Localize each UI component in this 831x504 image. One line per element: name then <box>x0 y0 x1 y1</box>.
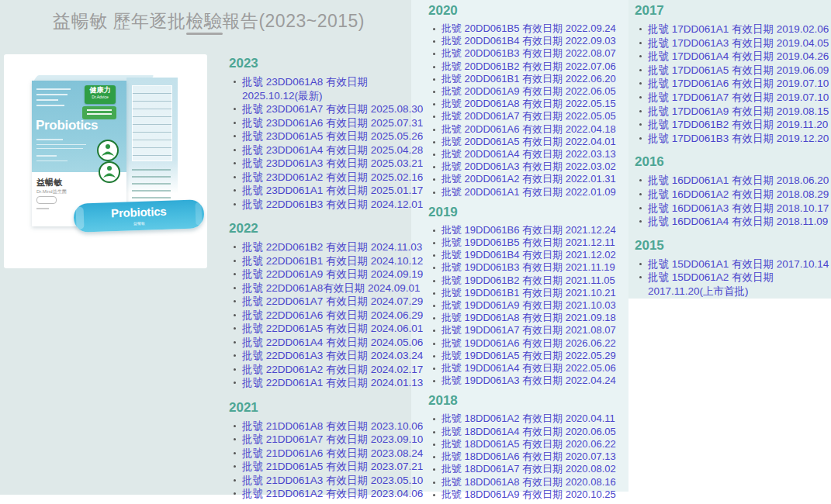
batch-report-link[interactable]: 批號 17DD061B3 有效日期 2019.12.20 <box>648 132 829 146</box>
batch-report-link[interactable]: 批號 17DD061B2 有效日期 2019.11.20 <box>648 118 829 132</box>
batch-report-link[interactable]: 批號 16DD061A4 有效日期 2018.11.09 <box>648 215 829 229</box>
batch-report-link[interactable]: 批號 20DD061A4 有效日期 2022.03.13 <box>441 148 626 161</box>
batch-report-item: 批號 19DD061B3 有效日期 2021.11.19 <box>441 261 626 274</box>
batch-report-item: 批號 20DD061B5 有效日期 2022.09.24 <box>441 22 626 35</box>
batch-report-link[interactable]: 批號 19DD061B5 有效日期 2021.12.11 <box>441 236 626 249</box>
batch-report-link[interactable]: 批號 17DD061A1 有效日期 2019.02.06 <box>648 22 829 36</box>
batch-report-link[interactable]: 批號 21DD061A2 有效日期 2023.04.06 <box>242 487 419 501</box>
batch-report-link[interactable]: 批號 18DD061A4 有效日期 2020.06.05 <box>441 426 626 438</box>
batch-report-link[interactable]: 批號 21DD061A3 有效日期 2023.05.10 <box>242 474 419 488</box>
batch-report-link[interactable]: 批號 19DD061A5 有效日期 2022.05.29 <box>441 350 626 362</box>
batch-report-link[interactable]: 批號 16DD061A2 有效日期 2018.08.29 <box>648 188 829 202</box>
batch-report-item: 批號 23DD061A7 有效日期 2025.08.30 <box>242 102 419 116</box>
batch-report-link[interactable]: 批號 18DD061A5 有效日期 2020.06.22 <box>441 438 626 450</box>
batch-report-link[interactable]: 批號 18DD061A7 有效日期 2020.08.02 <box>441 463 626 475</box>
batch-report-link[interactable]: 批號 19DD061A7 有效日期 2021.08.07 <box>441 324 626 337</box>
batch-report-item: 批號 17DD061A4 有效日期 2019.04.26 <box>648 50 829 64</box>
batch-report-link[interactable]: 批號 19DD061B1 有效日期 2021.10.21 <box>441 287 626 299</box>
batch-report-link[interactable]: 批號 19DD061B2 有效日期 2021.11.05 <box>441 274 626 287</box>
batch-report-link[interactable]: 批號 21DD061A6 有效日期 2023.08.24 <box>242 447 419 461</box>
year-heading-2015: 2015 <box>635 238 829 254</box>
batch-report-link[interactable]: 批號 16DD061A3 有效日期 2018.10.17 <box>648 202 829 216</box>
batch-report-item: 批號 21DD061A5 有效日期 2023.07.21 <box>242 460 419 474</box>
batch-report-item: 批號 22DD061A2 有效日期 2024.02.17 <box>242 363 419 377</box>
batch-report-link[interactable]: 批號 17DD061A7 有效日期 2019.07.10 <box>648 91 829 105</box>
batch-report-link[interactable]: 批號 17DD061A4 有效日期 2019.04.26 <box>648 50 829 64</box>
batch-report-link[interactable]: 批號 20DD061A3 有效日期 2022.03.02 <box>441 161 626 173</box>
batch-report-link[interactable]: 批號 20DD061A6 有效日期 2022.04.18 <box>441 123 626 136</box>
batch-report-link[interactable]: 批號 19DD061A3 有效日期 2022.04.24 <box>441 375 626 387</box>
batch-report-item: 批號 22DD061B2 有效日期 2024.11.03 <box>242 240 419 254</box>
batch-report-link[interactable]: 批號 19DD061A9 有效日期 2021.10.03 <box>441 299 626 312</box>
report-column-1: 2023批號 23DD061A8 有效日期2025.10.12(最新)批號 23… <box>229 56 419 504</box>
batch-report-link[interactable]: 批號 23DD061A6 有效日期 2025.07.31 <box>242 116 419 130</box>
batch-report-link[interactable]: 批號 23DD061A4 有效日期 2025.04.28 <box>242 143 419 157</box>
batch-report-link[interactable]: 批號 20DD061B2 有效日期 2022.07.06 <box>441 60 626 73</box>
batch-report-link[interactable]: 批號 20DD061B4 有效日期 2022.09.03 <box>441 35 626 47</box>
batch-list-2018: 批號 18DD061A2 有效日期 2020.04.11批號 18DD061A4… <box>428 413 626 500</box>
year-heading-2016: 2016 <box>635 154 829 170</box>
nutrition-table <box>132 85 172 161</box>
batch-report-item: 批號 18DD061A8 有效日期 2020.08.16 <box>441 476 626 488</box>
batch-report-link[interactable]: 批號 19DD061B4 有效日期 2021.12.02 <box>441 249 626 261</box>
batch-report-link[interactable]: 批號 17DD061A6 有效日期 2019.07.10 <box>648 77 829 91</box>
batch-report-link[interactable]: 批號 22DD061A5 有效日期 2024.06.01 <box>242 322 419 336</box>
batch-report-link[interactable]: 批號 23DD061A7 有效日期 2025.08.30 <box>242 102 419 116</box>
batch-report-link[interactable]: 批號 19DD061B6 有效日期 2021.12.24 <box>441 224 626 236</box>
batch-report-link[interactable]: 批號 18DD061A9 有效日期 2020.10.25 <box>441 488 626 501</box>
batch-report-link[interactable]: 批號 15DD061A2 有效日期2017.11.20(上市首批) <box>648 271 829 298</box>
batch-report-item: 批號 19DD061B2 有效日期 2021.11.05 <box>441 274 626 287</box>
batch-report-link[interactable]: 批號 22DD061A4 有效日期 2024.05.06 <box>242 336 419 350</box>
batch-report-link[interactable]: 批號 18DD061A6 有效日期 2020.07.13 <box>441 450 626 463</box>
batch-report-item: 批號 22DD061A1 有效日期 2024.01.13 <box>242 376 419 390</box>
batch-report-link[interactable]: 批號 19DD061B3 有效日期 2021.11.19 <box>441 261 626 274</box>
batch-report-link[interactable]: 批號 20DD061A9 有效日期 2022.06.05 <box>441 85 626 98</box>
batch-report-link[interactable]: 批號 23DD061A8 有效日期2025.10.12(最新) <box>242 75 419 102</box>
batch-report-link[interactable]: 批號 23DD061A3 有效日期 2025.03.21 <box>242 157 419 171</box>
batch-report-link[interactable]: 批號 20DD061B5 有效日期 2022.09.24 <box>441 22 626 35</box>
year-heading-2022: 2022 <box>229 221 419 236</box>
batch-report-link[interactable]: 批號 22DD061A6 有效日期 2024.06.29 <box>242 309 419 323</box>
batch-report-link[interactable]: 批號 23DD061A1 有效日期 2025.01.17 <box>242 184 419 198</box>
batch-report-item: 批號 17DD061A1 有效日期 2019.02.06 <box>648 22 829 36</box>
batch-report-link[interactable]: 批號 19DD061A6 有效日期 2026.06.22 <box>441 337 626 350</box>
batch-report-item: 批號 18DD061A2 有效日期 2020.04.11 <box>441 413 626 425</box>
batch-list-2021: 批號 21DD061A8 有效日期 2023.10.06批號 21DD061A7… <box>229 419 419 501</box>
batch-report-link[interactable]: 批號 15DD061A1 有效日期 2017.10.14 <box>648 257 829 271</box>
batch-report-item: 批號 20DD061B4 有效日期 2022.09.03 <box>441 35 626 47</box>
batch-report-link[interactable]: 批號 17DD061A3 有效日期 2019.04.05 <box>648 36 829 50</box>
batch-report-link[interactable]: 批號 20DD061A1 有效日期 2022.01.09 <box>441 186 626 198</box>
batch-report-link[interactable]: 批號 22DD061A8有效日期 2024.09.01 <box>242 281 419 295</box>
health-food-mark <box>36 196 57 204</box>
batch-report-link[interactable]: 批號 18DD061A8 有效日期 2020.08.16 <box>441 476 626 488</box>
batch-report-link[interactable]: 批號 23DD061A5 有效日期 2025.05.26 <box>242 129 419 143</box>
batch-report-link[interactable]: 批號 16DD061A1 有效日期 2018.06.20 <box>648 174 829 188</box>
batch-report-link[interactable]: 批號 20DD061A7 有效日期 2022.05.05 <box>441 110 626 123</box>
batch-list-2016: 批號 16DD061A1 有效日期 2018.06.20批號 16DD061A2… <box>635 174 829 228</box>
batch-report-item: 批號 19DD061B6 有效日期 2021.12.24 <box>441 224 626 236</box>
batch-report-item: 批號 21DD061A3 有效日期 2023.05.10 <box>242 474 419 488</box>
batch-report-link[interactable]: 批號 21DD061A8 有效日期 2023.10.06 <box>242 419 419 433</box>
batch-report-link[interactable]: 批號 23DD061A2 有效日期 2025.02.16 <box>242 171 419 185</box>
batch-report-link[interactable]: 批號 20DD061A2 有效日期 2022.01.31 <box>441 173 626 185</box>
batch-report-item: 批號 18DD061A9 有效日期 2020.10.25 <box>441 488 626 501</box>
batch-report-link[interactable]: 批號 20DD061B1 有效日期 2022.06.20 <box>441 73 626 85</box>
batch-report-link[interactable]: 批號 22DD061A3 有效日期 2024.03.24 <box>242 349 419 363</box>
batch-report-link[interactable]: 批號 19DD061A8 有效日期 2021.09.18 <box>441 312 626 324</box>
batch-report-link[interactable]: 批號 20DD061A5 有效日期 2022.04.01 <box>441 136 626 148</box>
batch-report-link[interactable]: 批號 22DD061B2 有效日期 2024.11.03 <box>242 240 419 254</box>
batch-report-link[interactable]: 批號 22DD061A9 有效日期 2024.09.19 <box>242 268 419 281</box>
batch-report-link[interactable]: 批號 21DD061A7 有效日期 2023.09.10 <box>242 433 419 447</box>
batch-report-link[interactable]: 批號 17DD061A5 有效日期 2019.06.09 <box>648 64 829 78</box>
batch-report-link[interactable]: 批號 22DD061A2 有效日期 2024.02.17 <box>242 363 419 377</box>
batch-report-link[interactable]: 批號 20DD061A8 有效日期 2022.05.15 <box>441 98 626 110</box>
batch-report-link[interactable]: 批號 20DD061B3 有效日期 2022.08.07 <box>441 47 626 60</box>
batch-report-link[interactable]: 批號 22DD061B3 有效日期 2024.12.01 <box>242 198 419 212</box>
batch-report-link[interactable]: 批號 22DD061B1 有效日期 2024.10.12 <box>242 254 419 268</box>
batch-report-link[interactable]: 批號 17DD061A9 有效日期 2019.08.15 <box>648 105 829 119</box>
batch-report-link[interactable]: 批號 22DD061A1 有效日期 2024.01.13 <box>242 376 419 390</box>
batch-report-link[interactable]: 批號 22DD061A7 有效日期 2024.07.29 <box>242 295 419 309</box>
batch-report-link[interactable]: 批號 18DD061A2 有效日期 2020.04.11 <box>441 413 626 425</box>
batch-report-link[interactable]: 批號 21DD061A5 有效日期 2023.07.21 <box>242 460 419 474</box>
batch-report-link[interactable]: 批號 19DD061A4 有效日期 2022.05.06 <box>441 362 626 375</box>
